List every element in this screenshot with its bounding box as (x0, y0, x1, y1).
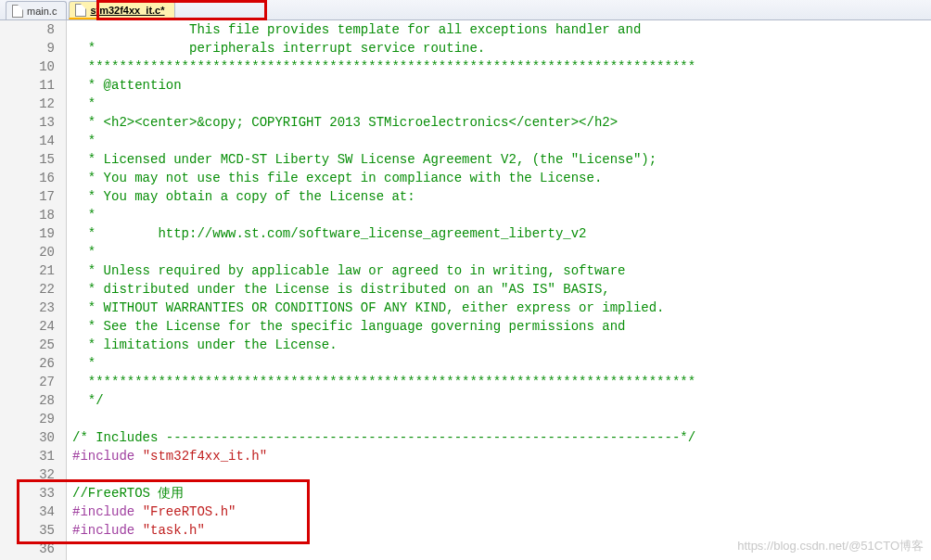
code-line: #include "task.h" (72, 521, 931, 540)
line-number: 10 (0, 57, 55, 76)
line-number: 25 (0, 336, 55, 354)
code-line: * (72, 354, 931, 373)
line-number: 19 (0, 224, 55, 243)
line-number: 16 (0, 169, 55, 187)
code-area[interactable]: This file provides template for all exce… (67, 20, 931, 560)
file-icon (12, 5, 23, 18)
code-line: * (72, 132, 931, 150)
line-number: 32 (0, 465, 55, 484)
line-number: 9 (0, 39, 55, 57)
line-number: 8 (0, 20, 55, 39)
line-number: 24 (0, 317, 55, 336)
code-line (72, 540, 931, 558)
code-line: */ (72, 391, 931, 410)
line-number: 34 (0, 503, 55, 521)
code-line: * (72, 206, 931, 224)
code-line: * peripherals interrupt service routine. (72, 39, 931, 57)
line-number: 18 (0, 206, 55, 224)
line-number: 35 (0, 521, 55, 540)
line-number: 31 (0, 447, 55, 465)
code-line: * limitations under the License. (72, 336, 931, 354)
line-number: 17 (0, 187, 55, 206)
code-line: * distributed under the License is distr… (72, 280, 931, 299)
line-number: 26 (0, 354, 55, 373)
tab-inactive[interactable]: main.c (6, 1, 67, 19)
tab-label: stm32f4xx_it.c* (90, 5, 164, 16)
code-line (72, 465, 931, 484)
code-line: * You may not use this file except in co… (72, 169, 931, 187)
line-number: 27 (0, 373, 55, 391)
line-number: 30 (0, 428, 55, 447)
line-number: 14 (0, 132, 55, 150)
line-number: 28 (0, 391, 55, 410)
code-line: * See the License for the specific langu… (72, 317, 931, 336)
code-editor[interactable]: 8910111213141516171819202122232425262728… (0, 20, 931, 560)
code-line: * WITHOUT WARRANTIES OR CONDITIONS OF AN… (72, 299, 931, 317)
line-number: 15 (0, 150, 55, 169)
code-line: /* Includes ----------------------------… (72, 428, 931, 447)
code-line: * http://www.st.com/software_license_agr… (72, 224, 931, 243)
tab-label: main.c (27, 6, 57, 17)
code-line: * @attention (72, 76, 931, 95)
line-number: 29 (0, 410, 55, 428)
code-line: * <h2><center>&copy; COPYRIGHT 2013 STMi… (72, 113, 931, 132)
code-line: #include "FreeRTOS.h" (72, 503, 931, 521)
tab-active[interactable]: stm32f4xx_it.c* (69, 1, 174, 19)
code-line: ****************************************… (72, 57, 931, 76)
code-line: * (72, 243, 931, 261)
line-number: 36 (0, 540, 55, 558)
code-line (72, 410, 931, 428)
line-number: 13 (0, 113, 55, 132)
code-line: This file provides template for all exce… (72, 20, 931, 39)
line-number: 22 (0, 280, 55, 299)
code-line: * Licensed under MCD-ST Liberty SW Licen… (72, 150, 931, 169)
line-number: 23 (0, 299, 55, 317)
line-number: 21 (0, 261, 55, 280)
line-number-gutter: 8910111213141516171819202122232425262728… (0, 20, 67, 560)
file-icon (75, 4, 86, 17)
line-number: 33 (0, 484, 55, 503)
code-line: #include "stm32f4xx_it.h" (72, 447, 931, 465)
code-line: * Unless required by applicable law or a… (72, 261, 931, 280)
line-number: 11 (0, 76, 55, 95)
code-line: * (72, 95, 931, 113)
tab-bar: main.cstm32f4xx_it.c* (0, 0, 931, 20)
code-line: ****************************************… (72, 373, 931, 391)
line-number: 12 (0, 95, 55, 113)
code-line: * You may obtain a copy of the License a… (72, 187, 931, 206)
code-line: //FreeRTOS 使用 (72, 484, 931, 503)
line-number: 20 (0, 243, 55, 261)
